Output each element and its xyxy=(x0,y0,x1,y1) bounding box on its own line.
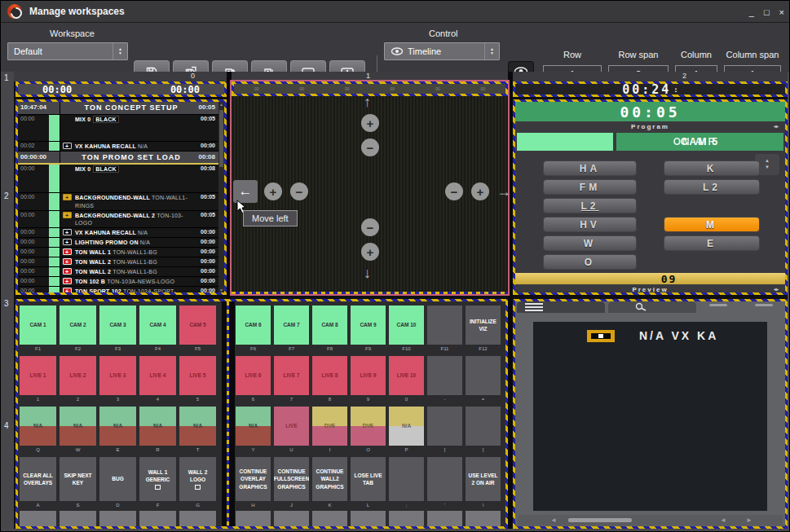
shot-button[interactable]: LIVE 1 xyxy=(20,356,56,395)
shot-button-cell[interactable]: ; xyxy=(389,457,424,508)
shot-button-cell[interactable] xyxy=(466,511,501,529)
shot-button-cell[interactable]: CAM 8 F8 xyxy=(312,306,347,352)
shot-button[interactable]: LIVE 6 xyxy=(236,356,271,395)
close-button[interactable]: × xyxy=(779,7,784,17)
preview-menu-tab[interactable] xyxy=(517,301,605,313)
shot-button[interactable]: CAM 8 xyxy=(312,306,347,345)
pan-up-arrow-icon[interactable]: ↑ xyxy=(364,95,371,109)
shot-button-cell[interactable] xyxy=(389,511,424,529)
shot-button[interactable]: LIVE 9 xyxy=(351,356,386,395)
rundown-row[interactable]: 00:00 + BACKGROUNDEND-WALL TON-WALL1-RIN… xyxy=(18,193,218,210)
rundown-row[interactable]: 10:47:04 + TON CONCEPT SETUP 00:05 xyxy=(18,102,218,115)
switcher-source-button[interactable]: W xyxy=(543,235,637,251)
rundown-row[interactable]: 00:00 + TON WALL 1 TON-WALL1-BG 00:00 xyxy=(18,248,218,257)
spinner-up-icon[interactable]: ▲ xyxy=(765,158,770,165)
shot-button[interactable]: WALL 1 GENERIC xyxy=(139,457,176,501)
shot-button[interactable]: CAM 5 xyxy=(179,306,216,345)
clock-panel[interactable]: 00:00 00:00 xyxy=(15,81,227,97)
program-bus-indicator[interactable] xyxy=(517,133,613,151)
shot-button-cell[interactable]: CAM 5 F5 xyxy=(179,306,216,352)
shot-button-cell[interactable]: CLEAR ALL OVERLAYS A xyxy=(20,457,56,508)
shot-button[interactable] xyxy=(99,511,136,529)
shot-button-cell[interactable] xyxy=(99,511,136,529)
switcher-source-button[interactable]: HA xyxy=(543,160,637,176)
zoom-out-vertical-button[interactable]: − xyxy=(361,218,379,236)
shot-button[interactable] xyxy=(179,511,216,529)
shot-button[interactable]: LIVE 10 xyxy=(389,356,424,395)
timer-panel[interactable]: 00:24 : xyxy=(513,81,788,97)
shot-button[interactable]: USE LEVEL 2 ON AIR xyxy=(466,457,501,501)
shot-button-cell[interactable]: LIVE 6 6 xyxy=(236,356,271,402)
shot-button[interactable]: CAM 1 xyxy=(20,306,56,345)
shot-button[interactable] xyxy=(466,511,501,529)
shot-button-cell[interactable] xyxy=(20,511,56,529)
shot-button[interactable]: CAM 4 xyxy=(139,306,176,345)
pan-down-arrow-icon[interactable]: ↓ xyxy=(364,266,371,280)
chevron-updown-icon[interactable]: ▲▼ xyxy=(484,43,499,59)
rundown-row[interactable]: 00:00 + LIGHTING PROMO ON N/A 00:00 xyxy=(18,238,218,248)
spinner-down-icon[interactable]: ▼ xyxy=(765,165,770,171)
shot-button[interactable]: CAM 3 xyxy=(99,306,136,345)
rundown-row[interactable]: 00:00:00 + TON PROMO SET LOAD 00:08 xyxy=(18,152,218,165)
shot-button[interactable]: CAM 6 xyxy=(236,306,271,345)
shot-button-cell[interactable]: CAM 7 F7 xyxy=(274,306,309,352)
shot-button-cell[interactable] xyxy=(427,511,462,529)
collapse-icon[interactable]: ◂▸ xyxy=(774,286,779,292)
shot-button-cell[interactable]: CONTINUE OVERLAY GRAPHICS H xyxy=(236,457,271,508)
shot-button-cell[interactable]: CONTINUE FULLSCREEN GRAPHICS J xyxy=(274,457,309,508)
shot-button[interactable] xyxy=(427,407,462,446)
zoom-in-horizontal-button[interactable]: + xyxy=(471,182,489,200)
shot-button[interactable] xyxy=(389,457,424,501)
shot-button-cell[interactable] xyxy=(351,511,386,529)
shot-button-cell[interactable] xyxy=(274,511,309,529)
shot-button-cell[interactable]: WALL 1 GENERIC F xyxy=(139,457,176,508)
timeline-panel[interactable]: 000000000000 ↑ + − − + ↓ ← + − − + → Mov… xyxy=(230,80,510,296)
shot-button[interactable]: LIVE 2 xyxy=(60,356,96,395)
shot-button-cell[interactable]: CAM 1 F1 xyxy=(20,306,56,352)
shot-button[interactable]: CAM 7 xyxy=(274,306,309,345)
shot-button-cell[interactable]: = xyxy=(466,356,501,402)
rundown-row[interactable]: 00:00 + VX KAHUNA RECALL N/A 00:00 xyxy=(18,228,218,238)
shot-button-cell[interactable]: CAM 9 F9 xyxy=(351,306,386,352)
shot-button[interactable]: CAM 2 xyxy=(60,306,96,345)
shot-button-cell[interactable]: LIVE 5 5 xyxy=(179,356,216,402)
shot-button[interactable] xyxy=(389,511,424,529)
shot-button[interactable]: SKIP NEXT KEY xyxy=(60,457,96,501)
shot-button-cell[interactable]: USE LEVEL 2 ON AIR \ xyxy=(466,457,501,508)
minimize-button[interactable]: _ xyxy=(749,7,754,17)
rundown-row[interactable]: 00:00 + MIX 0BLACK 00:05 xyxy=(18,115,218,142)
shot-button-cell[interactable]: CAM 2 F2 xyxy=(60,306,96,352)
shot-button[interactable]: WALL 2 LOGO xyxy=(179,457,216,501)
maximize-button[interactable]: □ xyxy=(764,7,770,17)
shot-button-cell[interactable]: LIVE 2 2 xyxy=(60,356,96,402)
shot-button[interactable] xyxy=(427,356,462,395)
shot-button-cell[interactable]: LIVE 10 0 xyxy=(389,356,424,402)
shot-button[interactable]: N/A xyxy=(389,407,424,446)
program-bus-button[interactable]: ON AIR CAM 5 xyxy=(616,133,783,151)
shot-button-cell[interactable]: F11 xyxy=(427,306,462,352)
chevron-updown-icon[interactable]: ▲▼ xyxy=(113,43,127,59)
shot-button-cell[interactable]: LOSE LIVE TAB L xyxy=(351,457,386,508)
shot-button-cell[interactable]: LIVE 1 1 xyxy=(20,356,56,402)
shot-button[interactable]: N/A xyxy=(99,407,136,446)
preview-extra-tab-icons[interactable] xyxy=(709,304,773,306)
scrollbar-thumb[interactable] xyxy=(568,518,632,522)
shot-button[interactable]: CONTINUE FULLSCREEN GRAPHICS xyxy=(274,457,309,501)
switcher-source-button[interactable]: M xyxy=(664,217,760,232)
shot-button[interactable]: LIVE 5 xyxy=(179,356,216,395)
shot-button-cell[interactable]: LIVE 7 7 xyxy=(274,356,309,402)
shot-button-cell[interactable]: N/A W xyxy=(60,407,96,453)
switcher-source-button[interactable]: HV xyxy=(543,217,637,232)
shot-button[interactable]: N/A xyxy=(236,407,271,446)
rundown-row[interactable]: 00:00 + BACKGROUNDEND-WALL 2 TON-103-LOG… xyxy=(18,211,218,228)
shot-button-cell[interactable]: CAM 6 F6 xyxy=(236,306,271,352)
shot-button[interactable] xyxy=(60,511,96,529)
shot-button[interactable]: CONTINUE WALL2 GRAPHICS xyxy=(312,457,347,501)
shot-button-cell[interactable]: N/A Q xyxy=(20,407,56,453)
shot-button-cell[interactable] xyxy=(60,511,96,529)
shot-button[interactable]: N/A xyxy=(60,407,96,446)
zoom-in-vertical-button[interactable]: + xyxy=(361,243,379,261)
shot-button[interactable]: N/A xyxy=(20,407,56,446)
shot-button-cell[interactable]: N/A P xyxy=(389,407,424,453)
shot-button-cell[interactable] xyxy=(179,511,216,529)
